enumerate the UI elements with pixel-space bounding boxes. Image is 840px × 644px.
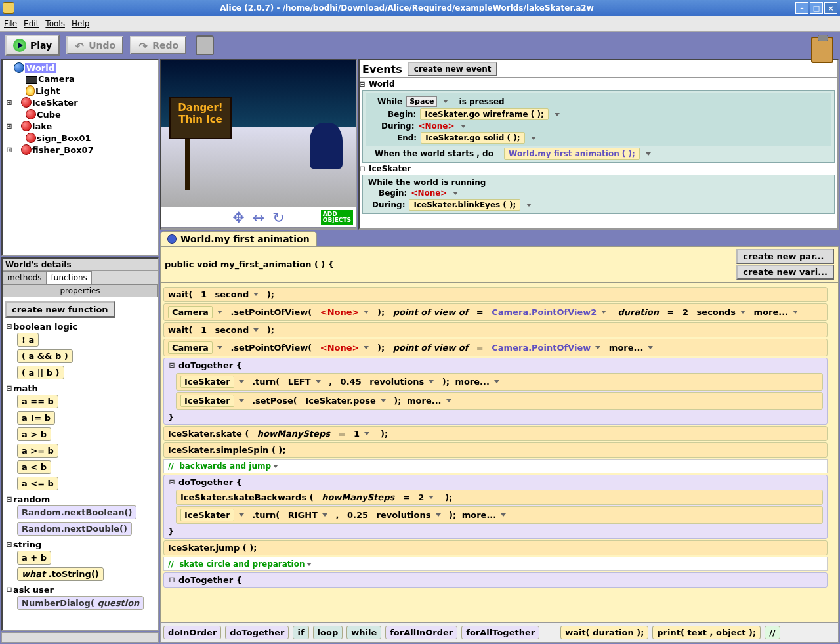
func-tile[interactable]: what .toString() xyxy=(17,567,104,581)
statement[interactable]: IceSkater.skateBackwards ( howManySteps … xyxy=(176,490,823,505)
func-tile[interactable]: a + b xyxy=(17,551,51,565)
add-objects-button[interactable]: ADD OBJECTS xyxy=(321,210,353,225)
tile-wait[interactable]: wait( duration ); xyxy=(560,626,648,639)
comment[interactable]: // skate circle and preparation xyxy=(163,557,828,571)
nav-arrow-icon[interactable]: ✥ xyxy=(232,209,244,226)
tree-fisher[interactable]: ⊞fisher_Box07 xyxy=(4,144,156,156)
func-tile[interactable]: a != b xyxy=(17,411,55,425)
func-tile[interactable]: Random.nextBoolean() xyxy=(17,505,136,519)
object-tree: World Camera Light ⊞IceSkater Cube ⊞lake… xyxy=(1,59,159,256)
create-var-button[interactable]: create new vari... xyxy=(736,265,834,280)
func-tile[interactable]: NumberDialog( question xyxy=(17,596,144,610)
func-tile[interactable]: ( a && b ) xyxy=(17,349,73,363)
menubar: File Edit Tools Help xyxy=(0,16,840,32)
scrollbar[interactable] xyxy=(1,632,159,643)
statement[interactable]: IceSkater.simpleSpin ( ); xyxy=(163,442,828,458)
method-tab[interactable]: World.my first animation xyxy=(160,231,317,246)
undo-button[interactable]: ↶Undo xyxy=(66,36,123,54)
code-editor: World.my first animation public void my_… xyxy=(160,231,839,643)
camera-controls: ✥ ↔ ↻ ADD OBJECTS xyxy=(161,207,356,227)
statement[interactable]: Camera .setPointOfView( <None> ); point … xyxy=(163,339,828,356)
tile-forallinorder[interactable]: forAllInOrder xyxy=(385,626,457,639)
statement[interactable]: IceSkater .setPose( IceSkater.pose ); mo… xyxy=(176,392,823,410)
dotogether-block[interactable]: ⊟doTogether { IceSkater.skateBackwards (… xyxy=(163,475,828,539)
tile-loop[interactable]: loop xyxy=(313,626,343,639)
tile-if[interactable]: if xyxy=(293,626,308,639)
comment[interactable]: // backwards and jump xyxy=(163,459,828,473)
clipboard-icon[interactable] xyxy=(811,37,833,63)
light-icon xyxy=(26,85,35,96)
create-event-button[interactable]: create new event xyxy=(408,62,498,76)
event-block[interactable]: While the world is running Begin:<None> … xyxy=(362,175,835,214)
func-tile[interactable]: a > b xyxy=(17,427,51,441)
tab-properties[interactable]: properties xyxy=(3,284,158,297)
tree-cube[interactable]: Cube xyxy=(4,108,156,120)
object-icon xyxy=(21,121,32,131)
event-block[interactable]: WhileSpace is pressed Begin:IceSkater.go… xyxy=(362,90,835,163)
tile-while[interactable]: while xyxy=(346,626,381,639)
statement[interactable]: wait( 1 second ); xyxy=(163,322,828,337)
statement[interactable]: IceSkater.skate ( howManySteps = 1 ); xyxy=(163,426,828,441)
play-button[interactable]: Play xyxy=(5,35,60,56)
func-tile[interactable]: a < b xyxy=(17,460,51,474)
menu-help[interactable]: Help xyxy=(72,19,89,28)
func-tile[interactable]: ( a || b ) xyxy=(17,366,64,379)
tab-functions[interactable]: functions xyxy=(47,271,92,284)
tree-camera[interactable]: Camera xyxy=(4,74,156,85)
object-icon xyxy=(21,97,32,108)
tile-comment[interactable]: // xyxy=(765,626,780,639)
menu-file[interactable]: File xyxy=(4,19,17,28)
nav-arrow-icon[interactable]: ↻ xyxy=(272,209,284,226)
minimize-button[interactable]: – xyxy=(795,2,808,14)
menu-tools[interactable]: Tools xyxy=(45,19,65,28)
redo-icon: ↷ xyxy=(138,40,148,51)
dotogether-block[interactable]: ⊟doTogether { IceSkater .turn( LEFT , 0.… xyxy=(163,358,828,425)
statement[interactable]: IceSkater .turn( LEFT , 0.45 revolutions… xyxy=(176,373,823,391)
tree-lake[interactable]: ⊞lake xyxy=(4,120,156,132)
undo-icon: ↶ xyxy=(74,40,85,51)
redo-button[interactable]: ↷Redo xyxy=(130,36,186,54)
titlebar: Alice (2.0.7) - /home/bodhi/Download/Ali… xyxy=(0,0,840,16)
cat-boolean[interactable]: ⊟boolean logic xyxy=(5,322,155,332)
statement[interactable]: Camera .setPointOfView( <None> ); point … xyxy=(163,303,828,321)
tile-doinorder[interactable]: doInOrder xyxy=(163,626,221,639)
func-tile[interactable]: ! a xyxy=(17,333,39,347)
tree-light[interactable]: Light xyxy=(4,85,156,97)
tab-methods[interactable]: methods xyxy=(3,271,47,284)
tree-sign[interactable]: sign_Box01 xyxy=(4,132,156,144)
cat-math[interactable]: ⊟math xyxy=(5,383,155,393)
tile-dotogether[interactable]: doTogether xyxy=(225,626,289,639)
cat-string[interactable]: ⊟string xyxy=(5,540,155,549)
statement[interactable]: IceSkater .turn( RIGHT , 0.25 revolution… xyxy=(176,506,823,524)
tree-world[interactable]: World xyxy=(4,62,156,74)
func-tile[interactable]: Random.nextDouble() xyxy=(17,522,132,536)
maximize-button[interactable]: □ xyxy=(810,2,823,14)
details-title: World's details xyxy=(3,259,158,271)
dotogether-block[interactable]: ⊟doTogether { xyxy=(163,572,828,588)
events-panel: Eventscreate new event ⊟World WhileSpace… xyxy=(358,59,839,230)
scene-sign: Danger!Thin Ice xyxy=(169,97,232,139)
app-icon xyxy=(3,2,14,14)
menu-edit[interactable]: Edit xyxy=(24,19,39,28)
cat-random[interactable]: ⊟random xyxy=(5,494,155,504)
func-tile[interactable]: a <= b xyxy=(17,477,58,490)
object-icon xyxy=(21,144,32,155)
statement[interactable]: IceSkater.jump ( ); xyxy=(163,540,828,555)
statement-palette: doInOrder doTogether if loop while forAl… xyxy=(160,622,839,643)
trash-icon[interactable] xyxy=(196,35,214,55)
scene-view[interactable]: Danger!Thin Ice ✥ ↔ ↻ ADD OBJECTS xyxy=(160,59,357,230)
nav-arrow-icon[interactable]: ↔ xyxy=(253,209,264,226)
tile-foralltogether[interactable]: forAllTogether xyxy=(461,626,539,639)
statement[interactable]: wait( 1 second ); xyxy=(163,287,828,302)
create-function-button[interactable]: create new function xyxy=(5,301,115,318)
cat-askuser[interactable]: ⊟ask user xyxy=(5,585,155,595)
events-title: Events xyxy=(362,63,402,75)
func-tile[interactable]: a >= b xyxy=(17,444,58,458)
func-tile[interactable]: a == b xyxy=(17,395,58,408)
tile-print[interactable]: print( text , object ); xyxy=(652,626,761,639)
method-icon xyxy=(167,234,177,244)
create-param-button[interactable]: create new par... xyxy=(736,249,834,264)
tree-iceskater[interactable]: ⊞IceSkater xyxy=(4,97,156,108)
toolbar: Play ↶Undo ↷Redo xyxy=(0,32,840,59)
close-button[interactable]: × xyxy=(824,2,837,14)
